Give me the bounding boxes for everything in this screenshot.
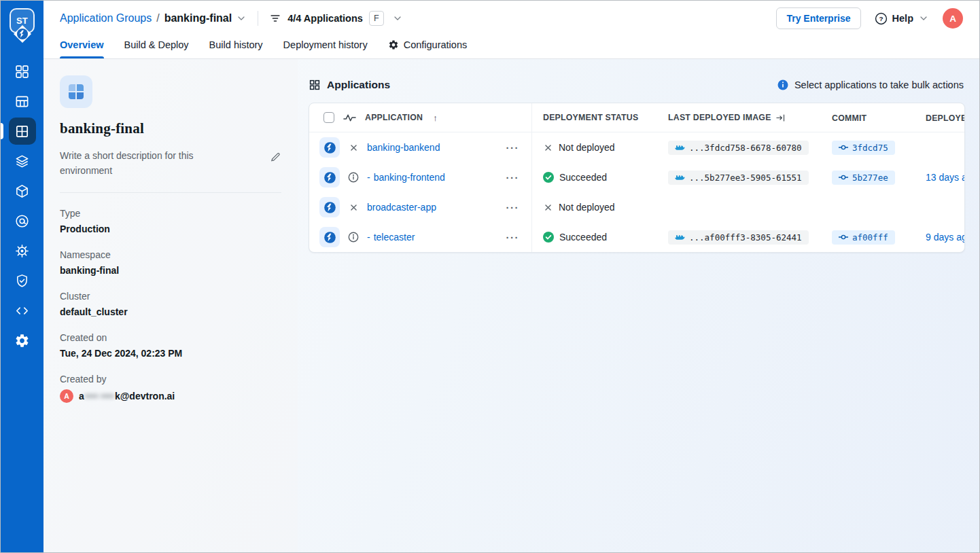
app-name-link[interactable]: -telecaster (367, 232, 415, 243)
app-name-link[interactable]: broadcaster-app (367, 202, 436, 213)
help-chevron-down-icon (918, 13, 929, 24)
sidebar: ST (1, 1, 43, 552)
status-success-icon (543, 232, 554, 243)
tab-overview[interactable]: Overview (60, 33, 104, 58)
app-name-prefix: - (367, 172, 370, 183)
breadcrumb-chevron-down-icon[interactable] (236, 13, 247, 24)
field-value: default_cluster (60, 306, 281, 317)
field-created-by: Created by A a•••• ••••k@devtron.ai (60, 374, 281, 403)
deployed-image-chip[interactable]: ...3fdcd758-6678-60780 (668, 141, 809, 155)
table-row: -banking-frontend ··· Succeeded ...5b277… (309, 162, 964, 192)
commit-hash: 5b277ee (852, 173, 888, 183)
commit-chip[interactable]: 3fdcd75 (832, 141, 895, 155)
sidebar-item-api[interactable] (1, 296, 43, 325)
row-menu-button[interactable]: ··· (506, 202, 520, 213)
org-badge-text: ST (16, 16, 28, 26)
breadcrumb-separator: / (156, 12, 159, 24)
sidebar-item-global-config[interactable] (1, 325, 43, 355)
info-circle-icon[interactable] (348, 172, 359, 183)
expand-column-icon[interactable] (775, 113, 786, 123)
table-row: banking-bankend ··· Not deployed ...3fdc… (309, 132, 964, 162)
field-namespace: Namespace banking-final (60, 249, 281, 276)
devtron-app-icon[interactable] (319, 197, 340, 217)
environment-overview-panel: banking-final Write a short description … (43, 59, 298, 552)
field-label: Created on (60, 332, 281, 343)
applications-heading: Applications (327, 79, 390, 91)
breadcrumb-parent-link[interactable]: Application Groups (60, 12, 152, 24)
filter-shortcut-badge: F (369, 11, 384, 26)
deployed-time-link[interactable]: 13 days ago (926, 172, 965, 183)
tab-bar: Overview Build & Deploy Build history De… (43, 33, 979, 58)
sidebar-item-security[interactable] (1, 266, 43, 296)
devtron-app-icon[interactable] (319, 167, 340, 188)
devtron-logo-icon (14, 25, 31, 43)
activity-pulse-icon (343, 113, 356, 122)
docker-whale-icon (675, 143, 685, 151)
field-label: Created by (60, 374, 281, 385)
content-area: banking-final Write a short description … (43, 59, 979, 552)
devtron-app-icon[interactable] (319, 137, 340, 158)
sidebar-item-resource-browser[interactable] (1, 206, 43, 236)
column-application[interactable]: APPLICATION (365, 113, 423, 122)
deployed-time-link[interactable]: 9 days ago (926, 232, 965, 243)
email-end: k@devtron.ai (115, 391, 175, 402)
filter-chevron-down-icon[interactable] (392, 13, 403, 24)
commit-chip[interactable]: af00fff (832, 230, 895, 245)
docker-whale-icon (675, 173, 685, 181)
deployed-image-chip[interactable]: ...5b277ee3-5905-61551 (668, 171, 809, 185)
app-name-link[interactable]: -banking-frontend (367, 172, 445, 183)
shield-check-icon (9, 267, 36, 294)
filter-label: 4/4 Applications (287, 13, 363, 24)
row-menu-button[interactable]: ··· (506, 143, 520, 153)
field-label: Namespace (60, 249, 281, 260)
tab-configurations[interactable]: Configurations (388, 33, 468, 58)
commit-chip[interactable]: 5b277ee (832, 171, 895, 185)
info-circle-icon[interactable] (348, 232, 359, 243)
header-divider (258, 11, 258, 26)
sort-ascending-icon[interactable]: ↑ (433, 113, 438, 123)
field-created-on: Created on Tue, 24 Dec 2024, 02:23 PM (60, 332, 281, 359)
sidebar-item-clusters[interactable] (1, 236, 43, 266)
tab-build-history[interactable]: Build history (209, 33, 263, 58)
table-row: -telecaster ··· Succeeded ...af00fff3-83… (309, 222, 964, 252)
row-menu-button[interactable]: ··· (506, 173, 520, 183)
help-menu[interactable]: ? Help (875, 12, 929, 25)
stack-layers-icon (9, 147, 36, 175)
sidebar-item-applications[interactable] (1, 56, 43, 86)
table-row: broadcaster-app ··· Not deployed (309, 192, 964, 222)
app-name: banking-frontend (374, 172, 445, 183)
column-deployment-status: DEPLOYMENT STATUS (543, 113, 638, 122)
status-cross-icon (543, 143, 553, 153)
sidebar-item-bulk-edit[interactable] (1, 176, 43, 206)
image-tag: ...3fdcd758-6678-60780 (689, 143, 802, 153)
gear-icon (388, 39, 399, 50)
commit-hash: 3fdcd75 (852, 143, 888, 153)
deployment-status: Not deployed (559, 202, 615, 213)
deployed-image-chip[interactable]: ...af00fff3-8305-62441 (668, 230, 809, 245)
devtron-app-icon[interactable] (319, 227, 340, 247)
help-icon: ? (875, 12, 888, 25)
applications-filter[interactable]: 4/4 Applications F (269, 11, 384, 26)
sidebar-item-jobs[interactable] (1, 86, 43, 116)
breadcrumb-row: Application Groups / banking-final 4/4 A… (43, 1, 979, 33)
table-grid-icon (9, 88, 36, 115)
panel-divider (60, 192, 281, 193)
org-logo[interactable]: ST (1, 1, 43, 50)
sidebar-item-application-groups[interactable] (1, 116, 43, 146)
email-start: a (79, 391, 84, 402)
sidebar-item-charts[interactable] (1, 146, 43, 176)
app-name-link[interactable]: banking-bankend (367, 142, 440, 153)
row-menu-button[interactable]: ··· (506, 232, 520, 243)
tab-label: Build & Deploy (124, 39, 189, 50)
user-avatar[interactable]: A (943, 8, 963, 29)
main-area: Application Groups / banking-final 4/4 A… (43, 1, 979, 552)
select-all-checkbox[interactable] (323, 112, 334, 123)
app-name: broadcaster-app (367, 202, 436, 213)
email-redacted: •••• •••• (85, 391, 114, 402)
field-label: Cluster (60, 291, 281, 302)
try-enterprise-button[interactable]: Try Enterprise (776, 7, 860, 29)
cube-icon (9, 177, 36, 204)
tab-build-deploy[interactable]: Build & Deploy (124, 33, 189, 58)
edit-description-icon[interactable] (270, 151, 281, 162)
tab-deployment-history[interactable]: Deployment history (283, 33, 368, 58)
